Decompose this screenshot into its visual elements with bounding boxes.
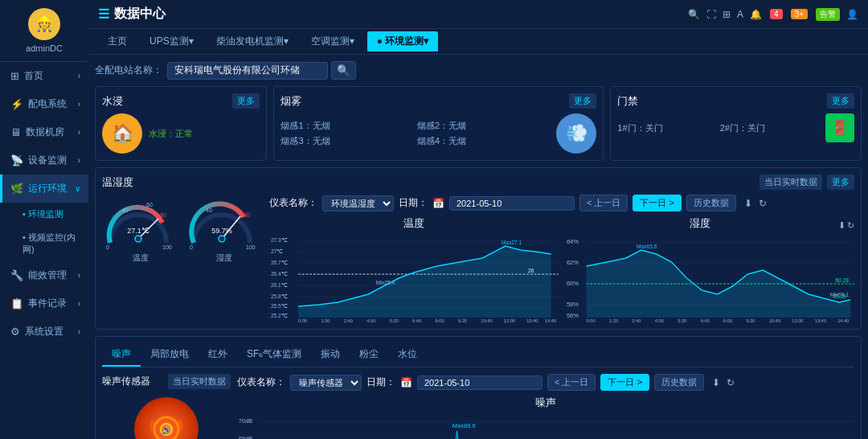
temp-section-header: 温湿度 当日实时数据 更多 <box>102 174 854 190</box>
maintenance-icon: 🔧 <box>10 269 23 281</box>
download-icon[interactable]: ⬇ <box>744 198 752 209</box>
noise-download-icon[interactable]: ⬇ <box>712 377 720 388</box>
noise-next-day-button[interactable]: 下一日 > <box>600 374 649 391</box>
noise-chart: 仪表名称： 噪声传感器 日期： 📅 < 上一日 下一日 > 历史数据 ⬇ ↻ <box>237 374 854 439</box>
svg-text:26.7℃: 26.7℃ <box>271 260 288 265</box>
temp-more-button[interactable]: 更多 <box>827 174 854 190</box>
sidebar-item-video[interactable]: • 视频监控(内网) <box>0 226 88 261</box>
svg-text:2:40: 2:40 <box>344 318 354 322</box>
smoke-card: 烟雾 更多 烟感1：无烟 烟感2：无烟 烟感3：无烟 烟感4：无烟 💨 <box>273 86 604 161</box>
noise-gauge-icon: 🔊 <box>134 397 199 439</box>
noise-refresh-icon[interactable]: ↻ <box>727 377 735 388</box>
svg-text:1:20: 1:20 <box>609 318 619 322</box>
svg-text:10:40: 10:40 <box>769 318 781 322</box>
svg-text:0: 0 <box>190 244 193 250</box>
humi-gauge-svg: 0 100 40 80 59.7% <box>186 195 258 251</box>
sidebar-item-maintenance[interactable]: 🔧 能效管理 › <box>0 261 88 289</box>
sidebar-item-env[interactable]: 🌿 运行环境 ∨ <box>0 174 88 203</box>
tab-water[interactable]: 水位 <box>388 343 427 367</box>
sidebar-item-power[interactable]: ⚡ 配电系统 › <box>0 90 88 118</box>
tab-sf6[interactable]: SF₆气体监测 <box>237 343 311 367</box>
svg-text:0:00: 0:00 <box>587 318 596 322</box>
bell-icon[interactable]: 🔔 <box>750 9 762 20</box>
svg-text:27.3℃: 27.3℃ <box>271 237 288 243</box>
noise-chart-title: 噪声 <box>237 396 854 410</box>
svg-text:13:40: 13:40 <box>526 318 538 322</box>
station-bar: 全配电站名称： 🔍 <box>95 61 862 80</box>
svg-text:100: 100 <box>246 244 256 250</box>
grid-icon[interactable]: ⊞ <box>723 9 731 20</box>
sidebar-item-datacenter[interactable]: 🖥 数据机房 › <box>0 118 88 146</box>
noise-chart-svg: 70dB 68dB 66dB 64dB 62dB 60dB <box>237 413 854 439</box>
noise-prev-day-button[interactable]: < 上一日 <box>547 374 596 391</box>
smoke-more-button[interactable]: 更多 <box>569 93 596 109</box>
next-day-button[interactable]: 下一日 > <box>633 195 681 211</box>
svg-text:40: 40 <box>122 207 129 213</box>
search-icon[interactable]: 🔍 <box>688 9 700 20</box>
tab-vibration[interactable]: 振动 <box>311 343 350 367</box>
tab-partial-discharge[interactable]: 局部放电 <box>141 343 199 367</box>
font-icon[interactable]: A <box>737 9 743 20</box>
svg-text:25.5℃: 25.5℃ <box>271 303 288 309</box>
smoke-item-2: 烟感2：无烟 <box>417 120 550 132</box>
svg-text:0: 0 <box>106 244 109 250</box>
temp-section: 温湿度 当日实时数据 更多 <box>95 167 862 330</box>
tab-dust[interactable]: 粉尘 <box>350 343 388 367</box>
noise-realtime-tag: 当日实时数据 <box>168 374 231 389</box>
calendar-icon: 📅 <box>432 198 444 209</box>
noise-history-button[interactable]: 历史数据 <box>654 374 704 391</box>
tab-ups[interactable]: UPS监测▾ <box>140 31 203 51</box>
water-more-button[interactable]: 更多 <box>232 93 260 109</box>
svg-text:60: 60 <box>146 202 153 207</box>
noise-instrument-select[interactable]: 噪声传感器 <box>290 375 362 391</box>
smoke-icon: 💨 <box>556 113 596 154</box>
door-more-button[interactable]: 更多 <box>827 93 854 109</box>
instrument-select[interactable]: 环境温湿度 <box>322 195 394 211</box>
noise-date-input[interactable] <box>417 375 542 390</box>
fullscreen-icon[interactable]: ⛶ <box>706 9 716 20</box>
svg-text:0:00: 0:00 <box>298 318 308 322</box>
user-icon[interactable]: 👤 <box>846 9 858 20</box>
sidebar-item-device[interactable]: 📡 设备监测 › <box>0 146 88 174</box>
instrument-label: 仪表名称： <box>269 196 317 210</box>
svg-text:64%: 64% <box>567 238 579 245</box>
history-button[interactable]: 历史数据 <box>686 195 736 211</box>
sidebar-item-events[interactable]: 📋 事件记录 › <box>0 289 88 318</box>
tab-noise[interactable]: 噪声 <box>102 343 141 367</box>
sidebar-item-env-monitor[interactable]: • 环境监测 <box>0 203 88 226</box>
water-card-title: 水浸 更多 <box>102 93 260 109</box>
sidebar-nav: ⊞ 首页 › ⚡ 配电系统 › 🖥 数据机房 › 📡 设备监测 › 🌿 运 <box>0 62 88 439</box>
noise-date-label: 日期： <box>366 375 395 389</box>
tab-diesel[interactable]: 柴油发电机监测▾ <box>207 31 298 51</box>
station-search-button[interactable]: 🔍 <box>331 61 356 80</box>
humi-download-icon[interactable]: ⬇ <box>838 220 845 231</box>
svg-text:5:20: 5:20 <box>390 318 399 322</box>
temp-realtime-tag: 当日实时数据 <box>760 174 822 190</box>
sidebar-item-home[interactable]: ⊞ 首页 › <box>0 62 88 90</box>
temp-charts-row: 0 100 40 60 80 27.1℃ 温度 <box>102 195 854 322</box>
svg-point-1 <box>135 236 141 242</box>
svg-text:26.4℃: 26.4℃ <box>271 271 288 277</box>
sub-dot: • <box>23 209 28 219</box>
svg-text:9:20: 9:20 <box>458 318 468 322</box>
prev-day-button[interactable]: < 上一日 <box>579 195 628 211</box>
station-input[interactable] <box>167 62 328 80</box>
datacenter-icon: 🖥 <box>10 126 21 138</box>
temp-gauge-svg: 0 100 40 60 80 27.1℃ <box>102 195 174 251</box>
tab-ac[interactable]: 空调监测▾ <box>301 31 364 51</box>
tab-env[interactable]: ● 环境监测▾ <box>367 31 439 51</box>
home-icon: ⊞ <box>10 70 19 82</box>
tab-infrared[interactable]: 红外 <box>199 343 237 367</box>
tab-home[interactable]: 主页 <box>98 31 137 51</box>
humi-chart-svg: 64% 62% 60% 58% 56% <box>565 234 854 322</box>
menu-icon[interactable]: ☰ <box>98 6 109 22</box>
humi-refresh-icon[interactable]: ↻ <box>847 220 854 231</box>
sidebar-item-settings[interactable]: ⚙ 系统设置 › <box>0 318 88 346</box>
svg-text:80: 80 <box>244 212 250 218</box>
water-status-icon: 🏠 <box>102 113 142 154</box>
date-input[interactable] <box>449 196 575 211</box>
svg-text:68dB: 68dB <box>239 435 253 439</box>
noise-calendar-icon: 📅 <box>400 377 412 388</box>
refresh-icon[interactable]: ↻ <box>759 198 767 209</box>
svg-text:9:20: 9:20 <box>746 318 755 322</box>
